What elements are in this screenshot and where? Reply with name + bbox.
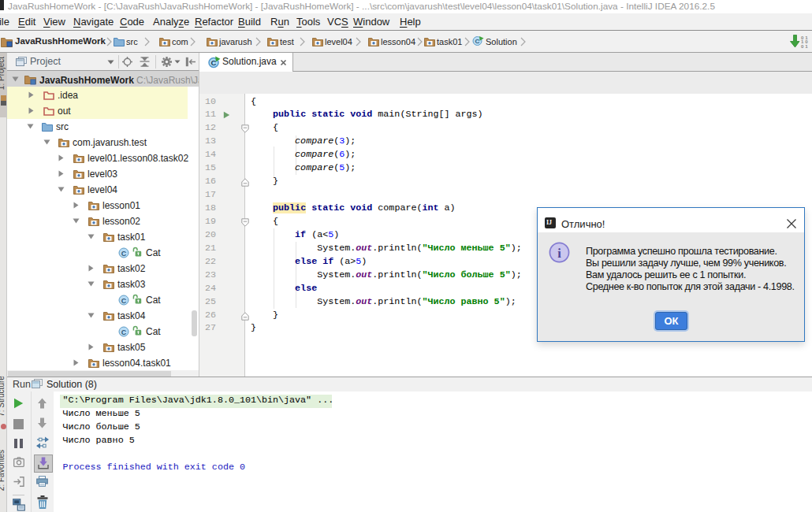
svg-text:C: C — [211, 58, 217, 67]
svg-text:0 1: 0 1 — [801, 43, 808, 49]
svg-text:C: C — [475, 38, 480, 45]
svg-text:C: C — [121, 250, 127, 258]
svg-text:C: C — [121, 328, 127, 336]
svg-text:i: i — [557, 246, 561, 261]
svg-text:C: C — [121, 297, 127, 305]
